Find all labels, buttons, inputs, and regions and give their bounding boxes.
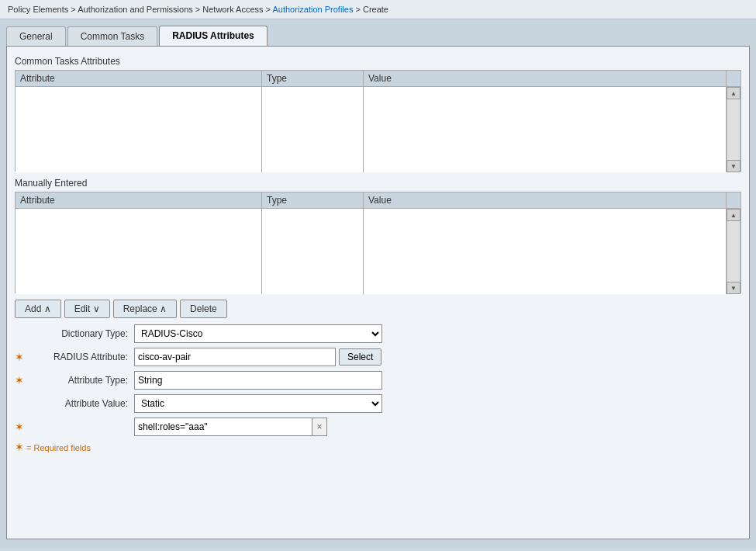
- manually-entered-label: Manually Entered: [15, 178, 741, 189]
- value-input-row: ✶ ×: [15, 418, 741, 436]
- tab-content-radius-attributes: Common Tasks Attributes Attribute Type V…: [6, 46, 750, 539]
- common-tasks-table: Attribute Type Value ▲ ▼: [15, 70, 741, 172]
- common-tasks-scroll-up[interactable]: ▲: [727, 87, 740, 99]
- col-header-type-1: Type: [262, 71, 364, 86]
- breadcrumb-static-2: > Create: [353, 5, 388, 14]
- manually-entered-scrollbar[interactable]: ▲ ▼: [727, 209, 740, 294]
- dictionary-type-label: Dictionary Type:: [26, 328, 134, 339]
- tab-radius-attributes[interactable]: RADIUS Attributes: [159, 26, 268, 46]
- manually-entered-scroll-track[interactable]: [727, 221, 740, 282]
- attribute-value-label: Attribute Value:: [26, 398, 134, 409]
- col-header-value-1: Value: [364, 71, 727, 86]
- attribute-type-input[interactable]: [134, 371, 382, 390]
- radius-attribute-input[interactable]: [134, 348, 336, 366]
- add-button[interactable]: Add ∧: [15, 300, 61, 318]
- col-header-scroll-2: [727, 192, 740, 208]
- breadcrumb-link-auth-profiles[interactable]: Authorization Profiles: [272, 5, 353, 14]
- attribute-type-label: Attribute Type:: [26, 375, 134, 386]
- manually-entered-scroll-down[interactable]: ▼: [727, 282, 740, 294]
- manually-entered-col-attribute: [16, 209, 262, 294]
- manually-entered-table-body: ▲ ▼: [15, 208, 741, 293]
- tab-bar: General Common Tasks RADIUS Attributes: [6, 26, 750, 46]
- breadcrumb: Policy Elements > Authorization and Perm…: [0, 0, 756, 19]
- radius-attribute-row: ✶ RADIUS Attribute: Select: [15, 348, 741, 366]
- col-header-attribute-2: Attribute: [16, 192, 262, 208]
- radius-attribute-required-star: ✶: [15, 351, 26, 363]
- delete-button[interactable]: Delete: [180, 300, 227, 318]
- clear-button[interactable]: ×: [312, 418, 327, 436]
- select-button[interactable]: Select: [339, 348, 381, 366]
- manually-entered-scroll-up[interactable]: ▲: [727, 209, 740, 221]
- manually-entered-table: Attribute Type Value ▲ ▼: [15, 192, 741, 293]
- common-tasks-col-type: [262, 87, 364, 172]
- manually-entered-section: Manually Entered Attribute Type Value ▲: [15, 178, 741, 293]
- attribute-type-required-star: ✶: [15, 374, 26, 386]
- required-star-icon: ✶: [15, 441, 24, 453]
- col-header-scroll-1: [727, 71, 740, 86]
- radius-attribute-label: RADIUS Attribute:: [26, 352, 134, 362]
- dictionary-type-select[interactable]: RADIUS-Cisco RADIUS-IETF Cisco Other: [134, 324, 382, 343]
- required-note-text: = Required fields: [26, 443, 91, 452]
- edit-button[interactable]: Edit ∨: [64, 300, 110, 318]
- common-tasks-table-header: Attribute Type Value: [15, 70, 741, 86]
- manually-entered-col-value: [364, 209, 727, 294]
- value-input[interactable]: [134, 418, 312, 436]
- common-tasks-col-value: [364, 87, 727, 172]
- replace-button[interactable]: Replace ∧: [113, 300, 177, 318]
- common-tasks-scrollbar[interactable]: ▲ ▼: [727, 87, 740, 172]
- common-tasks-col-attribute: [16, 87, 262, 172]
- dictionary-type-row: Dictionary Type: RADIUS-Cisco RADIUS-IET…: [15, 324, 741, 343]
- attribute-value-select[interactable]: Static Dynamic: [134, 394, 382, 413]
- common-tasks-table-body: ▲ ▼: [15, 86, 741, 172]
- col-header-value-2: Value: [364, 192, 727, 208]
- common-tasks-scroll-down[interactable]: ▼: [727, 160, 740, 172]
- tab-common-tasks[interactable]: Common Tasks: [67, 26, 157, 46]
- action-button-row: Add ∧ Edit ∨ Replace ∧ Delete: [15, 300, 741, 318]
- form-section: Dictionary Type: RADIUS-Cisco RADIUS-IET…: [15, 324, 741, 436]
- manually-entered-col-type: [262, 209, 364, 294]
- col-header-type-2: Type: [262, 192, 364, 208]
- tab-general[interactable]: General: [6, 26, 66, 46]
- value-required-star: ✶: [15, 421, 26, 433]
- main-container: General Common Tasks RADIUS Attributes C…: [0, 19, 756, 549]
- manually-entered-table-header: Attribute Type Value: [15, 192, 741, 208]
- breadcrumb-static-1: Policy Elements > Authorization and Perm…: [8, 5, 272, 14]
- attribute-type-row: ✶ Attribute Type:: [15, 371, 741, 390]
- value-input-with-clear: ×: [134, 418, 327, 436]
- col-header-attribute-1: Attribute: [16, 71, 262, 86]
- attribute-value-row: Attribute Value: Static Dynamic: [15, 394, 741, 413]
- common-tasks-scroll-track[interactable]: [727, 99, 740, 160]
- required-fields-note: ✶ = Required fields: [15, 441, 741, 453]
- common-tasks-section-label: Common Tasks Attributes: [15, 56, 741, 67]
